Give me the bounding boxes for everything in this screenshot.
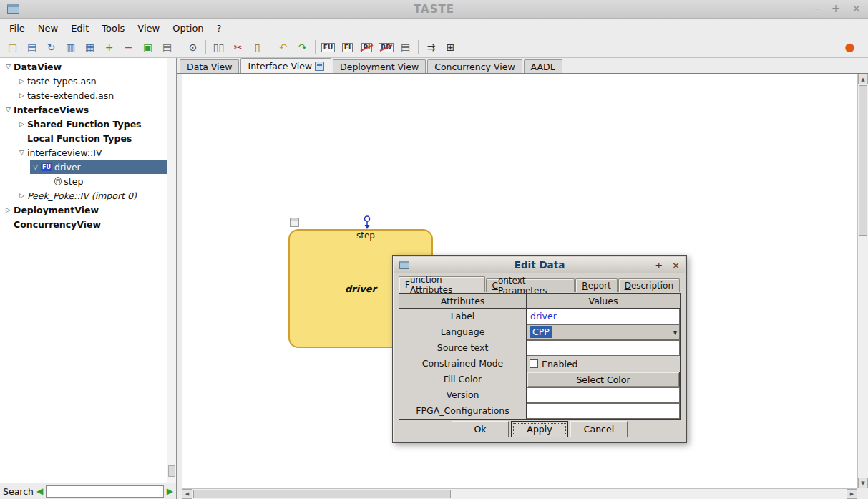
- tree-item-interfaceview-iv[interactable]: ▽interfaceview::IV: [0, 145, 167, 160]
- preview-button[interactable]: ⊙: [184, 39, 202, 56]
- hierarchy-button[interactable]: ⊞: [442, 39, 459, 56]
- tree-item-dataview[interactable]: ▽DataView: [0, 59, 167, 74]
- select-color-button[interactable]: Select Color: [527, 372, 680, 387]
- tree-item-label: Peek_Poke::IV (import 0): [27, 190, 137, 201]
- tree-item-interfaceviews[interactable]: ▽InterfaceViews: [0, 102, 167, 117]
- dialog-tab-report[interactable]: Report: [575, 278, 617, 292]
- close-button[interactable]: ×: [852, 4, 861, 14]
- tree-item-local-function-types[interactable]: Local Function Types: [0, 131, 167, 145]
- ok-button[interactable]: Ok: [452, 421, 509, 437]
- note-icon[interactable]: [290, 218, 299, 227]
- tree-scrollbar-thumb[interactable]: [168, 465, 175, 477]
- refresh-button[interactable]: ↻: [42, 39, 60, 56]
- scroll-right-button[interactable]: ▶: [847, 489, 857, 499]
- dropdown-arrow-icon[interactable]: ▾: [673, 329, 677, 336]
- version-input[interactable]: [527, 387, 680, 403]
- tab-deployment-view[interactable]: Deployment View: [333, 59, 426, 73]
- tree-item-step[interactable]: PIstep: [0, 174, 167, 188]
- expander-open-icon[interactable]: ▽: [16, 149, 27, 156]
- label-input[interactable]: driver: [527, 309, 680, 324]
- expander-closed-icon[interactable]: ▷: [16, 120, 27, 127]
- menu-item-new[interactable]: New: [31, 21, 64, 36]
- language-select[interactable]: CPP▾: [527, 324, 680, 340]
- export-asn-button[interactable]: ▦: [81, 39, 99, 56]
- import-model-button[interactable]: ▥: [62, 39, 79, 56]
- maximize-button[interactable]: +: [832, 4, 841, 14]
- interface-label[interactable]: step: [330, 231, 401, 241]
- zoom-in-button[interactable]: +: [100, 39, 118, 56]
- dialog-tab-description[interactable]: Description: [618, 278, 680, 292]
- add-function-instance-button[interactable]: FI: [338, 39, 356, 56]
- expander-closed-icon[interactable]: ▷: [16, 77, 27, 84]
- menu-item-help[interactable]: ?: [210, 21, 228, 36]
- tree-scrollbar[interactable]: [167, 58, 176, 483]
- horizontal-scrollbar[interactable]: ◀ ▶: [182, 488, 857, 499]
- tab-data-view[interactable]: Data View: [180, 59, 239, 73]
- dialog-close-button[interactable]: ×: [672, 260, 680, 271]
- new-document-button[interactable]: ▢: [4, 39, 21, 56]
- expander-closed-icon[interactable]: ▷: [16, 192, 27, 199]
- expander-closed-icon[interactable]: ▷: [3, 206, 14, 213]
- status-button[interactable]: ●: [841, 39, 859, 56]
- horizontal-scrollbar-thumb[interactable]: [193, 490, 451, 498]
- save-button[interactable]: ▣: [139, 39, 157, 56]
- tree-item-label: DataView: [14, 62, 62, 72]
- tab-interface-view[interactable]: Interface View: [240, 58, 331, 73]
- attr-table-body: LabeldriverLanguageCPP▾Source textConstr…: [399, 309, 680, 419]
- print-button[interactable]: ▤: [158, 39, 176, 56]
- expander-open-icon[interactable]: ▽: [3, 63, 14, 70]
- minimize-button[interactable]: –: [814, 4, 820, 14]
- scroll-left-button[interactable]: ◀: [182, 489, 192, 499]
- tab-aadl[interactable]: AADL: [524, 59, 562, 73]
- source-text-input[interactable]: [527, 340, 680, 356]
- dialog-maximize-button[interactable]: +: [655, 260, 663, 271]
- dialog-minimize-button[interactable]: –: [641, 260, 646, 271]
- tree-item-label: step: [64, 176, 83, 187]
- vertical-scrollbar[interactable]: ▲ ▼: [857, 74, 868, 488]
- dialog-tab-context-parameters[interactable]: Context Parameters: [486, 278, 575, 292]
- expander-closed-icon[interactable]: ▷: [16, 92, 27, 99]
- constrained-mode-checkbox[interactable]: [530, 359, 538, 368]
- scroll-down-button[interactable]: ▼: [858, 478, 868, 488]
- tree-item-shared-function-types[interactable]: ▷Shared Function Types: [0, 117, 167, 131]
- add-required-interface-button[interactable]: BD: [377, 39, 395, 56]
- connection-button[interactable]: ⇉: [422, 39, 440, 56]
- redo-button[interactable]: ↷: [293, 39, 311, 56]
- expander-open-icon[interactable]: ▽: [3, 106, 14, 113]
- add-function-button[interactable]: FU: [319, 39, 337, 56]
- undo-button[interactable]: ↶: [274, 39, 292, 56]
- paste-button[interactable]: ▯: [248, 39, 266, 56]
- toolbar: ▢▤↻▥▦+−▣▤⊙▯▯✂▯↶↷FUFIPIBD▤⇉⊞●: [0, 37, 868, 58]
- tree-item-peek-poke-iv-import-0[interactable]: ▷Peek_Poke::IV (import 0): [0, 188, 167, 203]
- menu-item-file[interactable]: File: [3, 21, 31, 36]
- search-input[interactable]: [46, 485, 164, 498]
- zoom-out-button[interactable]: −: [120, 39, 137, 56]
- tree-item-taste-types-asn[interactable]: ▷taste-types.asn: [0, 74, 167, 88]
- menu-item-view[interactable]: View: [131, 21, 166, 36]
- vertical-scrollbar-thumb[interactable]: [859, 85, 867, 236]
- menu-item-edit[interactable]: Edit: [64, 21, 95, 36]
- dialog-tab-function-attributes[interactable]: Function Attributes: [399, 276, 485, 292]
- cut-button[interactable]: ✂: [229, 39, 247, 56]
- add-provided-interface-button[interactable]: PI: [358, 39, 376, 56]
- menu-item-tools[interactable]: Tools: [95, 21, 131, 36]
- open-button[interactable]: ▤: [23, 39, 41, 56]
- expander-open-icon[interactable]: ▽: [30, 163, 41, 170]
- tree-item-taste-extended-asn[interactable]: ▷taste-extended.asn: [0, 88, 167, 102]
- window-titlebar[interactable]: TASTE – + ×: [0, 0, 868, 19]
- search-previous-button[interactable]: ◀: [36, 487, 43, 495]
- tree-item-concurrencyview[interactable]: ConcurrencyView: [0, 217, 167, 231]
- menu-item-option[interactable]: Option: [166, 21, 210, 36]
- tree-item-driver[interactable]: ▽FUdriver: [0, 160, 167, 174]
- tree-item-deploymentview[interactable]: ▷DeploymentView: [0, 203, 167, 217]
- comment-button[interactable]: ▤: [396, 39, 414, 56]
- scroll-up-button[interactable]: ▲: [858, 74, 868, 84]
- copy-button[interactable]: ▯▯: [210, 39, 228, 56]
- cancel-button[interactable]: Cancel: [570, 421, 628, 437]
- apply-button[interactable]: Apply: [511, 421, 568, 437]
- tab-concurrency-view[interactable]: Concurrency View: [427, 59, 522, 73]
- dialog-titlebar[interactable]: Edit Data – + ×: [394, 257, 685, 273]
- search-next-button[interactable]: ▶: [167, 487, 173, 495]
- fpga-configurations-input[interactable]: [527, 403, 680, 419]
- provided-interface-icon[interactable]: [362, 215, 372, 230]
